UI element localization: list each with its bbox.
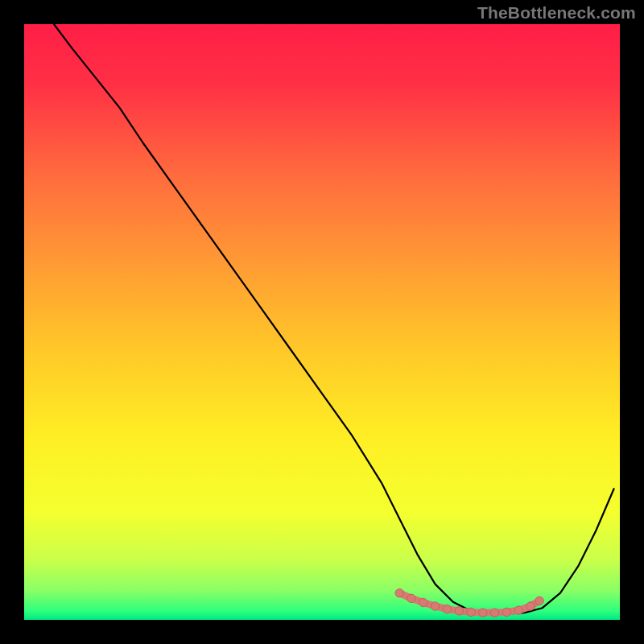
svg-rect-0 bbox=[24, 24, 620, 620]
gradient-background bbox=[24, 24, 620, 620]
outer-frame: TheBottleneck.com bbox=[0, 0, 644, 644]
plot-area bbox=[24, 24, 620, 620]
watermark-text: TheBottleneck.com bbox=[477, 3, 636, 23]
